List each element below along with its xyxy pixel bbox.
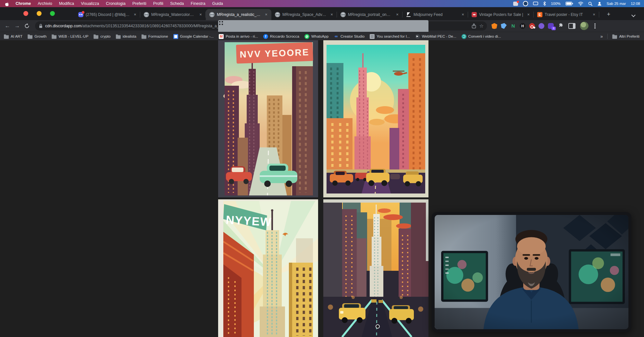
zoom-window-button[interactable] — [50, 11, 55, 16]
menu-item-preferiti[interactable]: Preferiti — [132, 1, 146, 6]
tab-label: MRregista_Space_Advent... — [282, 12, 327, 17]
menu-item-cronologia[interactable]: Cronologia — [106, 1, 125, 6]
wifi-icon[interactable] — [578, 2, 583, 6]
bookmark-idealista[interactable]: idealista — [116, 34, 136, 39]
notification-app-icon[interactable] — [513, 2, 518, 6]
bookmark-gmail[interactable]: MPosta in arrivo - ri... — [219, 34, 258, 39]
back-button[interactable]: ← — [3, 21, 12, 31]
purple-extension-icon[interactable] — [539, 23, 544, 29]
bookmark-star-icon[interactable]: ☆ — [479, 23, 484, 29]
tab-search-chevron-icon[interactable] — [632, 13, 636, 17]
bluetooth-icon[interactable] — [543, 1, 546, 6]
close-window-button[interactable] — [23, 11, 28, 16]
bookmark-creator-studio[interactable]: ∞Creator Studio — [334, 34, 365, 39]
poster-top-right[interactable] — [323, 40, 428, 197]
extensions: N H 6 — [491, 23, 554, 29]
record-status-icon[interactable] — [523, 1, 528, 6]
menu-app-name[interactable]: Chrome — [16, 1, 31, 6]
bookmark-webmail-pec[interactable]: WebMail PEC - De... — [415, 34, 456, 39]
password-key-extension-icon[interactable] — [529, 23, 535, 29]
menu-item-finestra[interactable]: Finestra — [191, 1, 205, 6]
menu-item-archivio[interactable]: Archivio — [38, 1, 52, 6]
poster-grid-image[interactable]: NVV YEOORE — [218, 40, 428, 337]
bookmark-label: crypto — [100, 34, 110, 38]
reload-button[interactable] — [22, 21, 32, 31]
bookmark-converti-video[interactable]: Converti i video di... — [462, 34, 501, 39]
tab-realistic-view-active[interactable]: MRregista_a_realistic_vie... × — [206, 9, 271, 20]
folder-icon — [4, 34, 9, 39]
globe-favicon-icon — [144, 12, 149, 17]
menubar-time[interactable]: 12:08 — [631, 2, 640, 6]
violet-extension-icon[interactable]: 6 — [548, 23, 554, 29]
tab-close-icon[interactable]: × — [526, 12, 531, 17]
tab-close-icon[interactable]: × — [460, 12, 465, 17]
apple-icon[interactable] — [5, 1, 9, 6]
bookmark-google-calendar[interactable]: Google Calendar -... — [173, 34, 214, 39]
bookmark-label: WhatsApp — [311, 34, 328, 38]
side-panel-icon[interactable] — [568, 23, 576, 29]
tab-close-icon[interactable]: × — [132, 12, 138, 17]
metamask-extension-icon[interactable] — [491, 23, 497, 29]
tab-close-icon[interactable]: × — [591, 12, 597, 17]
extensions-menu-button[interactable] — [558, 23, 564, 29]
bookmark-label: AI ART — [11, 34, 22, 38]
poster-top-left[interactable]: NVV YEOORE — [218, 40, 318, 197]
folder-icon — [93, 34, 98, 39]
bookmark-formazione[interactable]: Formazione — [142, 34, 168, 39]
bookmark-web-level-up[interactable]: WEB - LEVEL-UP — [52, 34, 88, 39]
tab-watercolor[interactable]: MRregista_Watercolor_Pa... × — [140, 9, 206, 20]
folder-icon — [612, 34, 617, 39]
bookmark-facebook[interactable]: fRiccardo Scrocca — [263, 34, 299, 39]
extension-badge: 6 — [551, 27, 556, 30]
user-switch-icon[interactable] — [597, 2, 602, 6]
tab-vintage-posters[interactable]: Vintage Posters for Sale | × — [468, 9, 534, 20]
bookmarks-overflow-button[interactable]: » — [601, 34, 603, 39]
tabs: (2765) Discord | @Midjou... × MRregista_… — [75, 9, 599, 20]
mouse-cursor — [376, 324, 380, 329]
converter-icon — [462, 34, 466, 39]
tab-space-adventure[interactable]: MRregista_Space_Advent... × — [271, 9, 337, 20]
green-n-extension-icon[interactable]: N — [510, 23, 516, 29]
minimize-window-button[interactable] — [37, 11, 42, 16]
tab-strip: (2765) Discord | @Midjou... × MRregista_… — [0, 7, 644, 20]
blue-extension-icon[interactable] — [501, 23, 507, 29]
poster-bottom-right[interactable] — [323, 199, 428, 337]
menu-status-area: 100% Sab 25 mar 12:08 — [513, 1, 644, 6]
menu-item-profili[interactable]: Profili — [153, 1, 163, 6]
dark-h-extension-icon[interactable]: H — [520, 23, 526, 29]
menu-item-scheda[interactable]: Scheda — [170, 1, 184, 6]
webcam-overlay — [432, 212, 631, 332]
menu-item-guida[interactable]: Guida — [212, 1, 223, 6]
bookmark-crypto[interactable]: crypto — [93, 34, 110, 39]
new-tab-button[interactable]: + — [604, 10, 613, 19]
menu-item-modifica[interactable]: Modifica — [59, 1, 74, 6]
search-icon[interactable] — [588, 2, 592, 6]
tab-portrait[interactable]: MRregista_portrait_on_a_... × — [337, 9, 402, 20]
screen: Chrome Archivio Modifica Visualizza Cron… — [0, 0, 644, 337]
tab-close-icon[interactable]: × — [329, 12, 334, 17]
share-button[interactable] — [472, 23, 476, 29]
midjourney-favicon-icon — [406, 12, 411, 17]
tab-etsy[interactable]: E Travel poster - Etsy IT × — [534, 9, 599, 20]
etsy-favicon-icon: E — [537, 12, 542, 17]
display-icon[interactable] — [533, 2, 538, 6]
bookmark-growth[interactable]: Growth — [28, 34, 46, 39]
tab-close-icon[interactable]: × — [395, 12, 400, 17]
menu-item-visualizza[interactable]: Visualizza — [81, 1, 99, 6]
tab-close-icon[interactable]: × — [198, 12, 203, 17]
forward-button[interactable]: → — [12, 21, 22, 31]
other-bookmarks-button[interactable]: Altri Preferiti — [612, 34, 639, 39]
tab-midjourney-feed[interactable]: Midjourney Feed × — [402, 9, 468, 20]
profile-avatar[interactable] — [580, 22, 588, 30]
bookmark-whatsapp[interactable]: WhatsApp — [304, 34, 328, 39]
bookmark-ai-art[interactable]: AI ART — [4, 34, 22, 39]
tab-discord[interactable]: (2765) Discord | @Midjou... × — [75, 9, 140, 20]
poster-bottom-left[interactable]: NYYEW — [218, 199, 318, 337]
bookmark-you-searched[interactable]: You searched for I... — [370, 34, 410, 39]
document-icon — [370, 34, 375, 39]
menubar-date[interactable]: Sab 25 mar — [607, 2, 626, 6]
gmail-icon: M — [219, 34, 224, 39]
tab-close-icon[interactable]: × — [264, 12, 269, 17]
google-calendar-icon — [173, 34, 178, 39]
chrome-menu-button[interactable] — [592, 23, 598, 29]
